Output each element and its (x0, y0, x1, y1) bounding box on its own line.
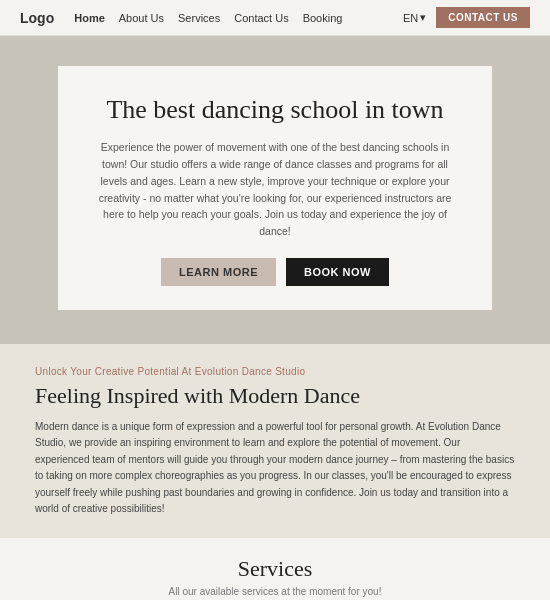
nav-home[interactable]: Home (74, 12, 105, 24)
nav-services[interactable]: Services (178, 12, 220, 24)
book-now-button[interactable]: BOOK NOW (286, 258, 389, 286)
section-2-title: Feeling Inspired with Modern Dance (35, 383, 515, 409)
section-2: Unlock Your Creative Potential At Evolut… (0, 344, 550, 538)
services-title: Services (20, 556, 530, 582)
nav-contact[interactable]: Contact Us (234, 12, 288, 24)
nav-booking[interactable]: Booking (303, 12, 343, 24)
hero-buttons: LEARN MORE BOOK NOW (98, 258, 452, 286)
lang-selector[interactable]: EN ▾ (403, 11, 426, 24)
hero-description: Experience the power of movement with on… (98, 139, 452, 240)
chevron-down-icon: ▾ (420, 11, 426, 24)
section-2-description: Modern dance is a unique form of express… (35, 419, 515, 518)
header: Logo Home About Us Services Contact Us B… (0, 0, 550, 36)
hero-section: The best dancing school in town Experien… (0, 66, 550, 328)
section-2-subtitle: Unlock Your Creative Potential At Evolut… (35, 366, 515, 377)
header-right: EN ▾ CONTACT US (403, 7, 530, 28)
learn-more-button[interactable]: LEARN MORE (161, 258, 276, 286)
hero-card: The best dancing school in town Experien… (58, 66, 492, 310)
nav-about[interactable]: About Us (119, 12, 164, 24)
hero-title: The best dancing school in town (98, 94, 452, 125)
hero-bg-top (0, 36, 550, 66)
logo: Logo (20, 10, 54, 26)
hero-bg-bottom (0, 328, 550, 344)
services-subtitle: All our available services at the moment… (20, 586, 530, 597)
contact-button[interactable]: CONTACT US (436, 7, 530, 28)
services-section: Services All our available services at t… (0, 538, 550, 600)
lang-label: EN (403, 12, 418, 24)
header-left: Logo Home About Us Services Contact Us B… (20, 10, 342, 26)
nav: Home About Us Services Contact Us Bookin… (74, 12, 342, 24)
